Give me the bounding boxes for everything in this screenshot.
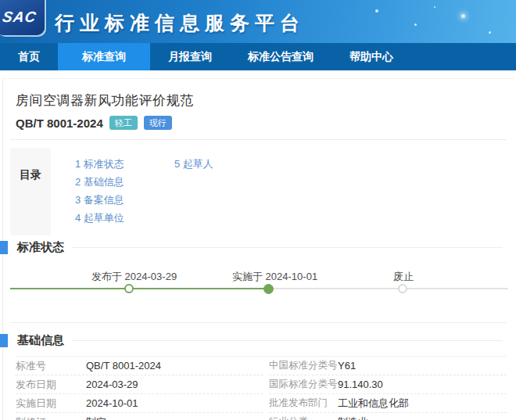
status-timeline: 发布于 2024-03-29 实施于 2024-10-01 废止 bbox=[0, 267, 516, 313]
field-value: 工业和信息化部 bbox=[338, 397, 409, 411]
nav-item-help-center[interactable]: 帮助中心 bbox=[331, 43, 411, 70]
industry-badge: 轻工 bbox=[109, 116, 138, 130]
field-value: Y61 bbox=[338, 360, 356, 372]
section-header-basic-info: 基础信息 bbox=[0, 333, 507, 348]
section-title-basic-info: 基础信息 bbox=[17, 333, 64, 348]
nav-item-home[interactable]: 首页 bbox=[0, 43, 58, 70]
standard-header: 房间空调器新风功能评价规范 QB/T 8001-2024 轻工 现行 bbox=[16, 70, 507, 130]
section-header-status: 标准状态 bbox=[0, 240, 507, 255]
table-row: 行业分类 制造业 bbox=[269, 413, 507, 420]
standard-title: 房间空调器新风功能评价规范 bbox=[16, 92, 507, 109]
status-badge: 现行 bbox=[144, 116, 172, 130]
toc-link-standard-status[interactable]: 1 标准状态 bbox=[75, 158, 174, 171]
field-label: 批准发布部门 bbox=[269, 397, 338, 410]
field-value: 91.140.30 bbox=[338, 379, 383, 390]
section-accent-bar bbox=[0, 241, 8, 254]
site-title: 行业标准信息服务平台 bbox=[55, 10, 305, 36]
table-row: 发布日期 2024-03-29 bbox=[16, 375, 263, 394]
field-value: 制造业 bbox=[338, 415, 368, 420]
app-header: SAC 行业标准信息服务平台 bbox=[0, 0, 516, 43]
standard-code: QB/T 8001-2024 bbox=[16, 117, 103, 130]
toc-link-basic-info[interactable]: 2 基础信息 bbox=[75, 176, 174, 188]
table-row: 制修订 制定 bbox=[16, 413, 263, 420]
timeline-line-done bbox=[10, 288, 268, 289]
sac-logo-text: SAC bbox=[2, 2, 39, 26]
table-row: 国际标准分类号 91.140.30 bbox=[269, 375, 507, 394]
toc-link-drafters[interactable]: 5 起草人 bbox=[174, 158, 213, 171]
section-accent-bar bbox=[0, 334, 8, 347]
basic-info-table: 标准号 QB/T 8001-2024 发布日期 2024-03-29 实施日期 … bbox=[16, 356, 507, 420]
header-divider bbox=[10, 139, 507, 140]
nav-item-monthly-report[interactable]: 月报查询 bbox=[150, 43, 230, 70]
timeline-label-abolished: 废止 bbox=[393, 270, 414, 284]
section-rule bbox=[72, 340, 503, 341]
field-label: 中国标准分类号 bbox=[269, 359, 338, 372]
toc: 目录 1 标准状态 2 基础信息 3 备案信息 4 起草单位 5 起草人 bbox=[10, 148, 507, 235]
timeline-dot-abolished bbox=[398, 284, 407, 293]
timeline-dot-implemented bbox=[263, 284, 274, 294]
toc-label: 目录 bbox=[10, 148, 51, 235]
field-value: 2024-10-01 bbox=[86, 397, 138, 409]
section-title-status: 标准状态 bbox=[17, 240, 64, 255]
section-rule bbox=[72, 247, 503, 248]
field-label: 制修订 bbox=[16, 415, 86, 420]
table-row: 标准号 QB/T 8001-2024 bbox=[16, 357, 263, 375]
table-row: 实施日期 2024-10-01 bbox=[16, 394, 263, 413]
main-nav: 首页 标准查询 月报查询 标准公告查询 帮助中心 bbox=[0, 43, 516, 70]
timeline-line-pending bbox=[268, 288, 508, 289]
timeline-label-implemented: 实施于 2024-10-01 bbox=[232, 270, 317, 284]
field-value: 制定 bbox=[86, 415, 106, 420]
field-label: 实施日期 bbox=[16, 397, 86, 411]
nav-item-standard-query[interactable]: 标准查询 bbox=[58, 43, 150, 70]
toc-link-drafting-unit[interactable]: 4 起草单位 bbox=[75, 212, 174, 224]
table-row: 中国标准分类号 Y61 bbox=[269, 357, 507, 375]
field-value: 2024-03-29 bbox=[86, 379, 138, 390]
content-area: 房间空调器新风功能评价规范 QB/T 8001-2024 轻工 现行 目录 1 … bbox=[0, 70, 516, 420]
toc-link-filing-info[interactable]: 3 备案信息 bbox=[75, 194, 174, 206]
field-value: QB/T 8001-2024 bbox=[86, 360, 161, 372]
table-row: 批准发布部门 工业和信息化部 bbox=[269, 394, 507, 413]
section-divider bbox=[10, 322, 507, 323]
timeline-label-published: 发布于 2024-03-29 bbox=[91, 270, 177, 284]
timeline-dot-published bbox=[124, 284, 134, 293]
nav-item-announcement-query[interactable]: 标准公告查询 bbox=[230, 43, 331, 70]
sac-logo[interactable]: SAC bbox=[0, 0, 45, 35]
field-label: 行业分类 bbox=[269, 415, 338, 420]
page: SAC 行业标准信息服务平台 首页 标准查询 月报查询 标准公告查询 帮助中心 … bbox=[0, 0, 516, 420]
field-label: 标准号 bbox=[16, 359, 86, 373]
field-label: 发布日期 bbox=[16, 378, 86, 392]
field-label: 国际标准分类号 bbox=[269, 378, 338, 391]
